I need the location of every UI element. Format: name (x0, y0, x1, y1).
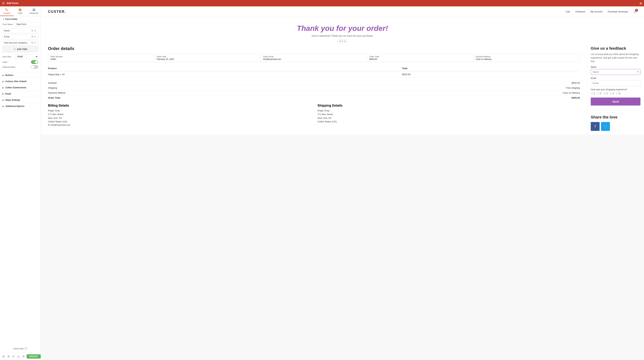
top-bar-title: Edit Form (7, 2, 640, 4)
feedback-email-field: Email (591, 77, 640, 86)
buttons-arrow: ▶ (2, 74, 4, 76)
radio-3[interactable]: 3 (603, 92, 608, 95)
style-icon: 🎨 (18, 8, 22, 11)
order-total-row: Order Total $550.00 (48, 95, 580, 100)
hamburger-icon[interactable]: ☰ (2, 1, 4, 5)
update-button[interactable]: UPDATE (27, 354, 40, 359)
actions-after-submit-section[interactable]: ▶ Actions After Submit (0, 78, 41, 84)
field-row-email: Email ⧉ ✕ (2, 34, 38, 39)
additional-options-section[interactable]: ▶ Additional Options (0, 103, 41, 109)
send-button[interactable]: Send (591, 98, 640, 106)
order-email-meta: Order Email info@myemail.com (261, 54, 367, 62)
delete-email-btn[interactable]: ✕ (34, 35, 36, 38)
twitter-share-button[interactable]: 🐦 (601, 122, 610, 131)
thank-you-subtitle: You're awesome! Thank you so much for yo… (44, 34, 640, 37)
nav-checkout[interactable]: Checkout (576, 10, 585, 13)
tab-advanced[interactable]: ⚙️ Advanced (27, 6, 41, 16)
additional-arrow: ▶ (2, 105, 4, 107)
collect-submissions-section[interactable]: ▶ Collect Submissions (0, 84, 41, 91)
layers-icon[interactable]: ⧉ (6, 354, 10, 359)
billing-city: New York, NY (48, 116, 310, 120)
share-title: Share the love (591, 115, 640, 120)
content-icon: ✏️ (5, 8, 8, 11)
email-section[interactable]: ▶ Email (0, 91, 41, 97)
billing-email: info@myemail.com (50, 124, 70, 126)
feedback-name-input[interactable] (591, 69, 640, 75)
shipping-city: New York, NY (318, 116, 580, 120)
share-buttons: f 🐦 (591, 122, 640, 131)
handle-close-icon[interactable]: ✕ (344, 40, 346, 42)
advanced-icon: ⚙️ (32, 8, 36, 11)
field-row-shopping: How was your shopping ... ⧉ ✕ (2, 40, 38, 45)
field-label-name: Name (4, 29, 31, 32)
shipping-title: Shipping Details (318, 104, 580, 107)
payment-method-meta: Payment Method Cash on delivery (474, 54, 580, 62)
content-area: CUSTER. Cart Checkout My Account Purchas… (41, 6, 644, 360)
radio-4[interactable]: 4 (610, 92, 614, 95)
order-total-meta: Order Total $550.00 (367, 54, 474, 62)
nav-purchase-summary[interactable]: Purchase Summary (608, 10, 628, 13)
site-logo: CUSTER. (48, 9, 66, 14)
input-size-select[interactable]: Small Medium Large (15, 54, 38, 59)
handle-move-icon[interactable]: ✛ (339, 40, 341, 42)
order-item-row: Happy Bag × 10 $550.00 (48, 71, 580, 78)
radio-circle-5 (616, 92, 618, 95)
order-date-meta: Order Date February 15, 2022 (154, 54, 261, 62)
delete-name-btn[interactable]: ✕ (34, 29, 36, 32)
feedback-section: Give us a feedback Let us know what you … (587, 42, 644, 134)
form-fields-arrow: ▼ (2, 18, 4, 20)
history-icon[interactable]: ↺ (11, 354, 16, 359)
form-name-label: Form Name (2, 23, 15, 25)
steps-settings-section[interactable]: ▶ Steps Settings (0, 97, 41, 103)
grid-icon[interactable]: ⊞ (640, 1, 642, 5)
facebook-share-button[interactable]: f (591, 122, 600, 131)
required-mark-row: Required Mark HIDE (2, 65, 38, 69)
form-name-input[interactable] (15, 22, 41, 26)
name-edit-icon[interactable]: ✎ (637, 70, 639, 73)
need-help[interactable]: Need Help ? (0, 345, 41, 353)
feedback-name-field: Name ✎ (591, 66, 640, 75)
feedback-name-label: Name (591, 66, 640, 68)
duplicate-name-btn[interactable]: ⧉ (31, 29, 34, 32)
field-label-email: Email (4, 35, 31, 38)
form-fields-section: ▼ Form Fields Form Name Name ⧉ ✕ Email (0, 16, 41, 72)
order-table: Product Total Happy Bag × 10 $550.00 (48, 66, 580, 78)
radio-5[interactable]: 5 (616, 92, 620, 95)
required-mark-toggle[interactable]: HIDE (31, 65, 38, 69)
cart-icon-wrap[interactable]: 🛒 0 (633, 10, 637, 13)
divider (591, 112, 640, 112)
duplicate-shopping-btn[interactable]: ⧉ (31, 41, 34, 44)
actions-arrow: ▶ (2, 80, 4, 82)
responsive-icon[interactable]: ◱ (16, 354, 20, 359)
label-toggle-label: Label (2, 61, 31, 63)
form-name-row: Form Name (2, 22, 38, 26)
radio-1[interactable]: 1 (591, 92, 595, 95)
radio-circle-3 (603, 92, 606, 95)
input-size-label: Input Size (2, 55, 15, 58)
duplicate-email-btn[interactable]: ⧉ (31, 35, 34, 38)
preview-icon[interactable]: 👁 (21, 354, 26, 359)
thank-you-section: Thank you for your order! You're awesome… (41, 17, 644, 42)
radio-2[interactable]: 2 (597, 92, 601, 95)
label-toggle[interactable]: SHOW (31, 60, 38, 64)
add-item-button[interactable]: ＋ ADD ITEM (2, 46, 38, 52)
billing-address1: 171 Ben Street (48, 113, 310, 116)
tab-style[interactable]: 🎨 Style (14, 6, 27, 16)
buttons-section[interactable]: ▶ Buttons (0, 72, 41, 78)
handle-dots-icon[interactable]: ⠿ (342, 40, 343, 42)
form-fields-header[interactable]: ▼ Form Fields (2, 18, 38, 20)
shipping-block: Shipping Details Roger Gray 171 Ben Stre… (318, 104, 580, 126)
settings-icon[interactable]: ⚙ (2, 354, 6, 359)
billing-block: Billing Details Roger Gray 171 Ben Stree… (48, 104, 310, 126)
feedback-email-input[interactable] (591, 80, 640, 86)
help-icon: ? (24, 347, 27, 350)
order-summary: Subtotal: $550.00 Shipping: Free shippin… (48, 80, 580, 100)
delete-shopping-btn[interactable]: ✕ (34, 41, 36, 44)
item-product: Happy Bag × 10 (48, 71, 402, 78)
item-total: $550.00 (402, 71, 580, 78)
nav-cart[interactable]: Cart (566, 10, 570, 13)
tab-content[interactable]: ✏️ Content (0, 6, 14, 16)
nav-account[interactable]: My Account (590, 10, 602, 13)
field-row-name: Name ⧉ ✕ (2, 28, 38, 33)
thank-you-title: Thank you for your order! (44, 24, 640, 33)
